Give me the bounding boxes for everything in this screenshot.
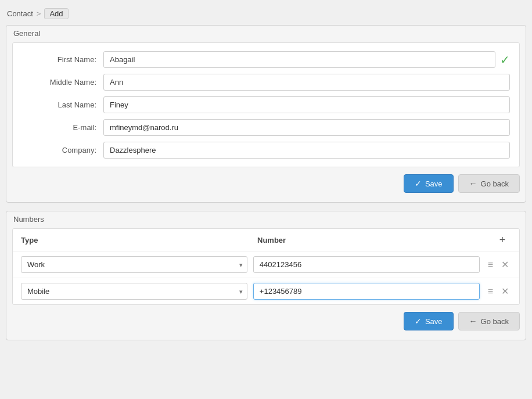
remove-button-2[interactable]: ✕ — [499, 286, 511, 297]
company-input-wrapper — [103, 142, 510, 159]
remove-button-1[interactable]: ✕ — [499, 259, 511, 271]
breadcrumb-parent[interactable]: Contact — [7, 9, 33, 18]
numbers-table-header: Type Number + — [13, 229, 519, 251]
general-panel: General First Name: ✓ Middle Name: Last … — [6, 25, 526, 203]
numbers-panel: Numbers Type Number + Work Mobile Home F… — [6, 211, 526, 340]
middle-name-label: Middle Name: — [22, 78, 103, 87]
email-row: E-mail: — [22, 119, 510, 136]
middle-name-row: Middle Name: — [22, 74, 510, 91]
general-panel-title: General — [6, 26, 526, 42]
email-label: E-mail: — [22, 123, 103, 132]
last-name-input-wrapper — [103, 96, 510, 113]
numbers-table: Type Number + Work Mobile Home Fax Other — [12, 228, 520, 305]
middle-name-input-wrapper — [103, 74, 510, 91]
company-input[interactable] — [103, 142, 510, 159]
top-back-arrow-icon: ← — [469, 179, 477, 188]
number-input-2[interactable] — [253, 283, 480, 300]
email-input-wrapper — [103, 119, 510, 136]
type-select-2[interactable]: Work Mobile Home Fax Other — [21, 283, 247, 300]
first-name-input[interactable] — [103, 51, 495, 68]
row-actions-1: ≡ ✕ — [486, 259, 511, 271]
numbers-panel-title: Numbers — [6, 211, 526, 228]
reorder-button-1[interactable]: ≡ — [486, 259, 495, 271]
first-name-check-icon: ✓ — [500, 53, 510, 67]
first-name-input-wrapper: ✓ — [103, 51, 510, 68]
first-name-row: First Name: ✓ — [22, 51, 510, 68]
top-button-row: ✓ Save ← Go back — [6, 167, 526, 193]
type-select-wrapper-1: Work Mobile Home Fax Other ▾ — [21, 256, 247, 273]
add-number-button[interactable]: + — [497, 235, 508, 245]
row-actions-2: ≡ ✕ — [486, 286, 511, 297]
last-name-row: Last Name: — [22, 96, 510, 113]
number-input-wrapper-2 — [253, 283, 480, 300]
bottom-button-row: ✓ Save ← Go back — [6, 305, 526, 330]
company-label: Company: — [22, 146, 103, 154]
top-go-back-button[interactable]: ← Go back — [458, 174, 520, 193]
general-form: First Name: ✓ Middle Name: Last Name: — [12, 42, 520, 167]
number-row-2: Work Mobile Home Fax Other ▾ ≡ ✕ — [13, 278, 519, 304]
middle-name-input[interactable] — [103, 74, 510, 91]
email-input[interactable] — [103, 119, 510, 136]
bottom-save-button[interactable]: ✓ Save — [404, 312, 454, 330]
last-name-label: Last Name: — [22, 100, 103, 109]
type-select-wrapper-2: Work Mobile Home Fax Other ▾ — [21, 283, 247, 300]
bottom-back-arrow-icon: ← — [469, 317, 477, 326]
numbers-col-number: Number — [257, 236, 494, 245]
number-row-1: Work Mobile Home Fax Other ▾ ≡ ✕ — [13, 251, 519, 278]
number-input-wrapper-1 — [253, 256, 480, 273]
bottom-save-check-icon: ✓ — [415, 317, 422, 326]
last-name-input[interactable] — [103, 96, 510, 113]
top-save-check-icon: ✓ — [415, 179, 422, 188]
reorder-button-2[interactable]: ≡ — [486, 286, 495, 297]
type-select-1[interactable]: Work Mobile Home Fax Other — [21, 256, 247, 273]
numbers-col-type: Type — [21, 236, 257, 245]
breadcrumb: Contact > Add — [6, 5, 526, 25]
first-name-label: First Name: — [22, 55, 103, 64]
numbers-add-col: + — [494, 235, 511, 245]
breadcrumb-separator: > — [37, 9, 41, 18]
top-save-button[interactable]: ✓ Save — [404, 174, 454, 193]
breadcrumb-current: Add — [44, 8, 68, 19]
number-input-1[interactable] — [253, 256, 480, 273]
company-row: Company: — [22, 142, 510, 159]
bottom-go-back-button[interactable]: ← Go back — [458, 312, 520, 330]
